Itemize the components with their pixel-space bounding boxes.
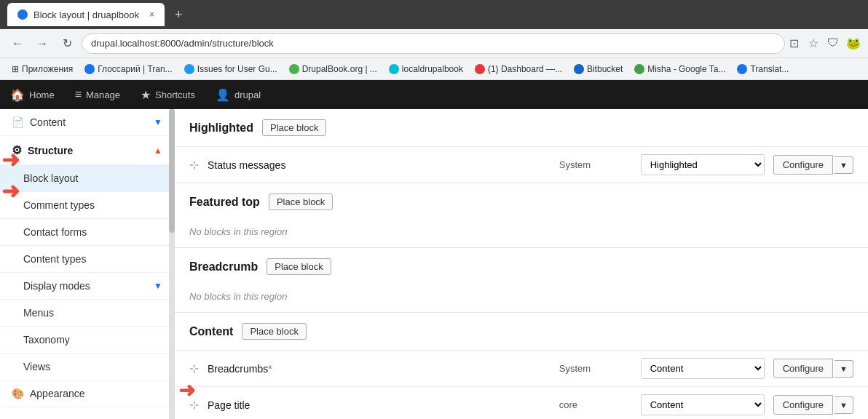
screen-capture-icon[interactable]: ⊡: [789, 36, 804, 51]
structure-icon: ⚙: [12, 143, 22, 157]
configure-dropdown-status[interactable]: ▼: [835, 156, 853, 174]
block-category-page-title: core: [559, 399, 632, 410]
sidebar-wrapper: 📄 Content ▼ ⚙ Structure ▲ Block layout: [0, 109, 175, 419]
drag-handle-page-title[interactable]: ⊹: [189, 398, 199, 412]
sidebar-item-content-types[interactable]: Content types: [0, 246, 174, 273]
sidebar-content-types-label: Content types: [23, 253, 86, 265]
region-featured-top-header: Featured top Place block: [175, 183, 868, 220]
bookmark-favicon-glossary: [84, 64, 95, 74]
bookmark-bitbucket-label: Bitbucket: [587, 64, 623, 74]
sidebar-item-appearance[interactable]: 🎨 Appearance: [0, 380, 174, 407]
bookmark-apps[interactable]: ⊞ Приложения: [7, 63, 77, 76]
new-tab-button[interactable]: +: [175, 7, 183, 23]
place-block-btn-featured-top[interactable]: Place block: [269, 193, 333, 210]
bookmark-issues[interactable]: Issues for User Gu...: [180, 63, 282, 76]
tab-close-btn[interactable]: ×: [149, 9, 154, 20]
bookmark-misha[interactable]: Misha - Google Ta...: [630, 63, 730, 76]
bookmark-favicon-drupalbook: [289, 64, 299, 74]
bookmark-misha-label: Misha - Google Ta...: [647, 64, 725, 74]
bookmark-translat-label: Translat...: [750, 64, 789, 74]
reload-button[interactable]: ↻: [57, 33, 77, 54]
sidebar-taxonomy-label: Taxonomy: [23, 334, 70, 346]
bookmarks-bar: ⊞ Приложения Глоссарий | Tran... Issues …: [0, 58, 868, 80]
bookmark-favicon-issues: [184, 64, 194, 74]
block-name-breadcrumbs: Breadcrumbs*: [208, 363, 551, 375]
bookmark-dashboard[interactable]: (1) Dashboard —...: [470, 63, 567, 76]
content-chevron-down: ▼: [154, 117, 162, 127]
region-select-breadcrumbs-dropdown[interactable]: Highlighted Featured top Breadcrumb Cont…: [641, 358, 765, 379]
admin-bar-home-label: Home: [29, 89, 55, 100]
bookmark-favicon-translat: [737, 64, 747, 74]
sidebar-block-layout-label: Block layout: [23, 172, 78, 184]
block-name-page-title: Page title: [208, 399, 551, 411]
shield-icon[interactable]: 🛡: [827, 36, 842, 51]
browser-chrome: Block layout | druaplbook × +: [0, 0, 868, 29]
configure-btn-breadcrumbs[interactable]: Configure: [773, 359, 833, 378]
breadcrumbs-asterisk: *: [268, 363, 272, 375]
sidebar-item-taxonomy[interactable]: Taxonomy: [0, 327, 174, 354]
sidebar-item-structure[interactable]: ⚙ Structure ▲: [0, 136, 174, 165]
sidebar-item-menus[interactable]: Menus: [0, 300, 174, 327]
sidebar: 📄 Content ▼ ⚙ Structure ▲ Block layout: [0, 109, 175, 407]
admin-bar-manage-label: Manage: [86, 89, 120, 100]
user-icon: 👤: [216, 88, 230, 102]
place-block-btn-content[interactable]: Place block: [242, 323, 306, 340]
place-block-btn-breadcrumb[interactable]: Place block: [267, 258, 331, 275]
configure-btn-page-title[interactable]: Configure: [773, 395, 833, 415]
sidebar-item-block-layout[interactable]: Block layout: [0, 165, 174, 192]
browser-icons: ⊡ ☆ 🛡 🐸: [789, 36, 861, 51]
bookmark-favicon-bitbucket: [574, 64, 584, 74]
sidebar-item-display-modes[interactable]: Display modes ▼: [0, 273, 174, 300]
bookmark-apps-label: Приложения: [22, 64, 73, 74]
bookmark-bitbucket[interactable]: Bitbucket: [569, 63, 627, 76]
active-tab[interactable]: Block layout | druaplbook ×: [7, 3, 165, 26]
main-layout: 📄 Content ▼ ⚙ Structure ▲ Block layout: [0, 109, 868, 419]
sidebar-menus-label: Menus: [23, 307, 54, 319]
content-area: ➜ Highlighted Place block ⊹ Status messa…: [175, 109, 868, 419]
scrollbar-thumb[interactable]: [169, 109, 175, 233]
place-block-btn-highlighted[interactable]: Place block: [262, 119, 326, 136]
configure-dropdown-page-title[interactable]: ▼: [835, 396, 853, 414]
sidebar-contact-forms-label: Contact forms: [23, 226, 87, 238]
back-button[interactable]: ←: [7, 33, 28, 54]
sidebar-item-contact-forms[interactable]: Contact forms: [0, 219, 174, 246]
configure-dropdown-breadcrumbs[interactable]: ▼: [835, 360, 853, 378]
region-select-page-title-dropdown[interactable]: Highlighted Featured top Breadcrumb Cont…: [641, 394, 765, 415]
region-content: Content Place block ⊹ Breadcrumbs* Syste…: [175, 313, 868, 419]
drag-handle-status[interactable]: ⊹: [189, 158, 199, 172]
admin-bar-home[interactable]: 🏠 Home: [0, 80, 65, 109]
region-featured-top: Featured top Place block No blocks in th…: [175, 183, 868, 248]
address-bar[interactable]: drupal.localhost:8000/admin/structure/bl…: [82, 33, 785, 54]
block-region-select-status[interactable]: Highlighted Featured top Breadcrumb Cont…: [641, 154, 765, 175]
sidebar-item-views[interactable]: Views: [0, 354, 174, 380]
sidebar-content-label: Content: [30, 116, 66, 128]
block-row-page-title: ⊹ Page title core Highlighted Featured t…: [175, 386, 868, 419]
region-breadcrumb-title: Breadcrumb: [189, 260, 258, 274]
region-select-status-dropdown[interactable]: Highlighted Featured top Breadcrumb Cont…: [641, 154, 765, 175]
sidebar-views-label: Views: [23, 361, 50, 372]
bookmark-drupalbook-label: DrupalBook.org | ...: [302, 64, 377, 74]
forward-button[interactable]: →: [32, 33, 52, 54]
bookmark-translat[interactable]: Translat...: [733, 63, 793, 76]
bookmark-local[interactable]: localdrupalbook: [384, 63, 467, 76]
sidebar-item-comment-types[interactable]: Comment types: [0, 192, 174, 219]
bookmark-drupalbook[interactable]: DrupalBook.org | ...: [285, 63, 382, 76]
admin-bar-manage[interactable]: ≡ Manage: [65, 80, 130, 109]
drag-handle-breadcrumbs[interactable]: ⊹: [189, 362, 199, 375]
block-row-breadcrumbs: ⊹ Breadcrumbs* System Highlighted Featur…: [175, 350, 868, 386]
bookmark-glossary[interactable]: Глоссарий | Tran...: [80, 63, 176, 76]
admin-bar-shortcuts[interactable]: ★ Shortcuts: [130, 80, 205, 109]
sidebar-comment-types-label: Comment types: [23, 199, 95, 211]
display-modes-chevron: ▼: [154, 281, 162, 291]
configure-btn-status[interactable]: Configure: [773, 155, 833, 175]
extension-icon[interactable]: 🐸: [846, 36, 861, 51]
admin-bar-user[interactable]: 👤 drupal: [205, 80, 271, 109]
block-name-status: Status messages: [208, 159, 551, 171]
bookmark-glossary-label: Глоссарий | Tran...: [98, 64, 172, 74]
block-region-select-breadcrumbs[interactable]: Highlighted Featured top Breadcrumb Cont…: [641, 358, 765, 379]
admin-bar-user-label: drupal: [234, 89, 261, 100]
bookmark-icon[interactable]: ☆: [808, 36, 823, 51]
scrollbar-track: [169, 109, 175, 419]
block-region-select-page-title[interactable]: Highlighted Featured top Breadcrumb Cont…: [641, 394, 765, 415]
sidebar-item-content[interactable]: 📄 Content ▼: [0, 109, 174, 136]
